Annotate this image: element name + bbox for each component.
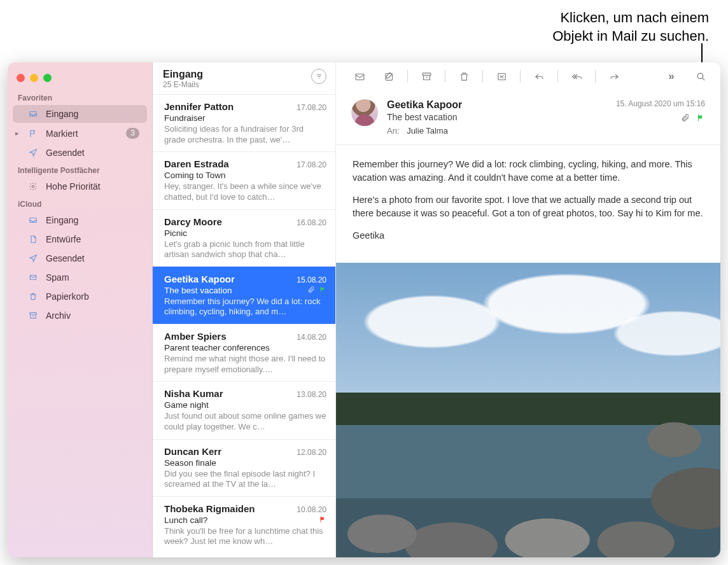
- message-date: 16.08.20: [297, 218, 326, 227]
- message-row[interactable]: Geetika Kapoor15.08.20The best vacationR…: [153, 267, 335, 324]
- message-date: 12.08.20: [297, 448, 326, 457]
- message-body: Remember this journey? We did a lot: roc…: [336, 145, 720, 263]
- forward-button[interactable]: [603, 67, 625, 85]
- message-date: 14.08.20: [297, 333, 326, 342]
- message-preview: Let's grab a picnic lunch from that litt…: [164, 239, 326, 260]
- message-preview: Hey, stranger. It's been a while since w…: [164, 181, 326, 202]
- callout-line2: Objekt in Mail zu suchen.: [493, 27, 709, 46]
- sidebar-item-inbox[interactable]: Eingang: [13, 105, 147, 123]
- trash-icon: [27, 292, 39, 301]
- sidebar: Favoriten Eingang ▸ Markiert 3 Gesendet …: [8, 62, 153, 557]
- window-controls: [8, 69, 152, 90]
- mailbox-count: 25 E-Mails: [163, 80, 203, 89]
- search-button[interactable]: [690, 67, 711, 85]
- message-timestamp: 15. August 2020 um 15:16: [584, 99, 705, 108]
- document-icon: [27, 235, 39, 244]
- sidebar-item-label: Spam: [46, 272, 139, 282]
- message-date: 13.08.20: [297, 390, 326, 399]
- to-name[interactable]: Julie Talma: [407, 126, 448, 136]
- sidebar-item-icloud-drafts[interactable]: Entwürfe: [13, 230, 147, 248]
- message-subject: Parent teacher conferences: [164, 343, 326, 352]
- spam-icon: [27, 273, 39, 282]
- sender-avatar[interactable]: [351, 99, 378, 126]
- sidebar-item-high-priority[interactable]: Hohe Priorität: [13, 178, 147, 195]
- message-subject: Fundraiser: [164, 113, 326, 123]
- more-button[interactable]: »: [661, 67, 682, 85]
- sidebar-item-icloud-spam[interactable]: Spam: [13, 269, 147, 286]
- minimize-button[interactable]: [30, 74, 38, 82]
- message-subject: The best vacation: [387, 112, 575, 122]
- message-sender: Thobeka Rigmaiden: [164, 503, 255, 514]
- sidebar-section-icloud: iCloud: [8, 196, 152, 211]
- body-signature: Geetika: [353, 229, 704, 242]
- message-preview: Think you'll be free for a lunchtime cha…: [164, 526, 326, 547]
- sidebar-item-icloud-trash[interactable]: Papierkorb: [13, 288, 147, 305]
- message-list-pane: Eingang 25 E-Mails Jennifer Patton17.08.…: [153, 62, 336, 557]
- delete-button[interactable]: [453, 67, 475, 85]
- message-sender: Amber Spiers: [164, 331, 227, 342]
- message-date: 17.08.20: [297, 160, 326, 169]
- toolbar-separator: [445, 70, 445, 83]
- flag-icon[interactable]: [696, 113, 705, 122]
- close-button[interactable]: [17, 74, 25, 82]
- message-sender: Duncan Kerr: [164, 446, 221, 457]
- callout-text: Klicken, um nach einem Objekt in Mail zu…: [493, 9, 709, 45]
- filter-button[interactable]: [311, 69, 326, 84]
- reply-all-button[interactable]: [566, 67, 587, 85]
- sidebar-badge: 3: [126, 128, 139, 139]
- sidebar-item-label: Hohe Priorität: [46, 181, 139, 192]
- get-mail-button[interactable]: [349, 67, 370, 85]
- sidebar-item-label: Eingang: [46, 109, 139, 119]
- message-sender: Darcy Moore: [164, 216, 222, 227]
- message-preview: Did you see the final episode last night…: [164, 469, 326, 490]
- toolbar-separator: [557, 70, 558, 83]
- sidebar-item-icloud-archive[interactable]: Archiv: [13, 307, 147, 324]
- archive-button[interactable]: [416, 67, 437, 85]
- message-preview: Remember this journey? We did a lot: roc…: [164, 296, 326, 317]
- svg-point-7: [697, 73, 703, 79]
- sidebar-item-label: Papierkorb: [46, 291, 139, 302]
- message-sender: Geetika Kapoor: [164, 274, 235, 284]
- mailbox-title: Eingang: [163, 69, 203, 80]
- body-paragraph: Here's a photo from our favorite spot. I…: [353, 193, 704, 220]
- message-subject: Game night: [164, 400, 326, 410]
- message-sender: Nisha Kumar: [164, 388, 223, 399]
- svg-rect-5: [423, 73, 431, 75]
- message-row[interactable]: Darcy Moore16.08.20PicnicLet's grab a pi…: [153, 209, 335, 267]
- message-subject: Season finale: [164, 458, 326, 468]
- message-subject: The best vacation: [164, 286, 304, 295]
- message-row[interactable]: Jennifer Patton17.08.20FundraiserSolicit…: [153, 94, 335, 151]
- flag-icon: [319, 515, 326, 523]
- chevron-right-icon[interactable]: ▸: [15, 129, 19, 137]
- svg-rect-2: [30, 312, 37, 314]
- message-to: An: Julie Talma: [387, 126, 575, 136]
- message-row[interactable]: Duncan Kerr12.08.20Season finaleDid you …: [153, 439, 335, 496]
- message-row[interactable]: Nisha Kumar13.08.20Game nightJust found …: [153, 381, 335, 438]
- sidebar-item-icloud-inbox[interactable]: Eingang: [13, 211, 147, 229]
- body-paragraph: Remember this journey? We did a lot: roc…: [353, 158, 704, 185]
- message-row[interactable]: Amber Spiers14.08.20Parent teacher confe…: [153, 324, 335, 381]
- message-from[interactable]: Geetika Kapoor: [387, 99, 575, 111]
- paperplane-icon: [27, 254, 39, 263]
- archive-icon: [27, 311, 39, 320]
- zoom-button[interactable]: [43, 74, 52, 82]
- compose-button[interactable]: [378, 67, 400, 85]
- sidebar-item-sent[interactable]: Gesendet: [13, 144, 147, 162]
- message-sender: Jennifer Patton: [164, 101, 234, 112]
- message-row[interactable]: Thobeka Rigmaiden10.08.20Lunch call?Thin…: [153, 496, 335, 554]
- paperclip-icon: [307, 286, 315, 293]
- sidebar-item-label: Gesendet: [46, 253, 139, 263]
- sidebar-item-icloud-sent[interactable]: Gesendet: [13, 249, 147, 267]
- message-list[interactable]: Jennifer Patton17.08.20FundraiserSolicit…: [153, 94, 335, 557]
- message-subject: Coming to Town: [164, 171, 326, 180]
- message-date: 10.08.20: [297, 505, 326, 514]
- junk-button[interactable]: [491, 67, 512, 85]
- sidebar-item-flagged[interactable]: ▸ Markiert 3: [13, 124, 147, 143]
- svg-point-0: [32, 185, 34, 188]
- message-attachment-image[interactable]: [336, 263, 720, 557]
- reply-button[interactable]: [528, 67, 550, 85]
- message-row[interactable]: Daren Estrada17.08.20Coming to TownHey, …: [153, 151, 335, 209]
- paperclip-icon: [681, 113, 690, 122]
- message-list-header: Eingang 25 E-Mails: [153, 62, 335, 94]
- toolbar-separator: [407, 70, 408, 83]
